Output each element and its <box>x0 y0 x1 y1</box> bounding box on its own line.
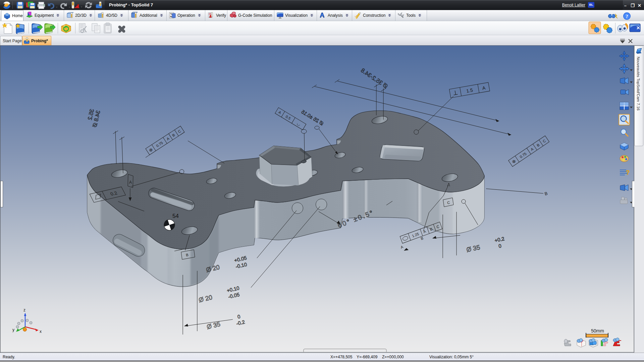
svg-text:z: z <box>23 308 25 312</box>
svg-text:1.5: 1.5 <box>466 87 473 94</box>
svg-text:?: ? <box>626 169 630 176</box>
svg-text:A: A <box>129 180 132 185</box>
svg-text:y: y <box>12 327 14 332</box>
svg-text:50mm: 50mm <box>591 328 604 334</box>
svg-text:54: 54 <box>172 213 179 219</box>
svg-text:x: x <box>40 329 42 334</box>
svg-text:N: N <box>170 15 172 18</box>
svg-text:?: ? <box>626 14 628 19</box>
